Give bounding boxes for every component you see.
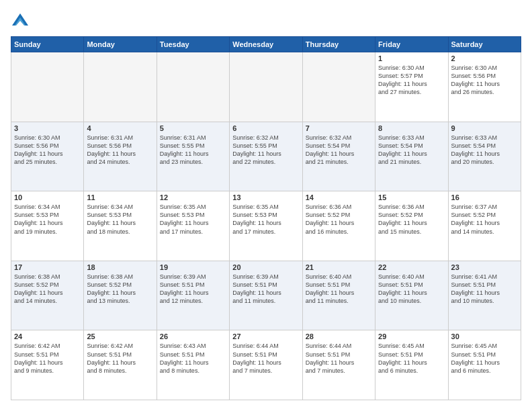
calendar-week-row-3: 10Sunrise: 6:34 AM Sunset: 5:53 PM Dayli…: [11, 191, 521, 261]
calendar-cell: 27Sunrise: 6:44 AM Sunset: 5:51 PM Dayli…: [230, 330, 302, 400]
calendar-cell: 24Sunrise: 6:42 AM Sunset: 5:51 PM Dayli…: [11, 330, 84, 400]
day-info: Sunrise: 6:43 AM Sunset: 5:51 PM Dayligh…: [160, 342, 226, 375]
day-info: Sunrise: 6:44 AM Sunset: 5:51 PM Dayligh…: [306, 342, 372, 375]
day-info: Sunrise: 6:39 AM Sunset: 5:51 PM Dayligh…: [160, 273, 226, 306]
logo: [11, 11, 32, 30]
page: SundayMondayTuesdayWednesdayThursdayFrid…: [0, 0, 532, 411]
day-info: Sunrise: 6:32 AM Sunset: 5:55 PM Dayligh…: [232, 134, 299, 167]
day-number: 29: [378, 332, 445, 340]
day-number: 10: [14, 193, 81, 201]
calendar-header-tuesday: Tuesday: [157, 37, 229, 52]
calendar-header-friday: Friday: [375, 37, 448, 52]
day-info: Sunrise: 6:34 AM Sunset: 5:53 PM Dayligh…: [87, 203, 153, 236]
day-number: 7: [306, 124, 372, 132]
day-number: 9: [451, 124, 518, 132]
day-number: 13: [232, 193, 299, 201]
calendar-cell: 21Sunrise: 6:40 AM Sunset: 5:51 PM Dayli…: [302, 261, 375, 330]
calendar-cell: 2Sunrise: 6:30 AM Sunset: 5:56 PM Daylig…: [448, 52, 521, 122]
calendar-header-monday: Monday: [84, 37, 157, 52]
calendar-cell: 13Sunrise: 6:35 AM Sunset: 5:53 PM Dayli…: [230, 191, 302, 261]
day-info: Sunrise: 6:41 AM Sunset: 5:51 PM Dayligh…: [451, 273, 518, 306]
calendar-cell: 10Sunrise: 6:34 AM Sunset: 5:53 PM Dayli…: [11, 191, 84, 261]
day-info: Sunrise: 6:44 AM Sunset: 5:51 PM Dayligh…: [232, 342, 299, 375]
day-number: 26: [160, 332, 226, 340]
day-number: 20: [232, 263, 299, 271]
day-number: 1: [378, 54, 445, 62]
day-number: 5: [160, 124, 226, 132]
calendar-cell: 9Sunrise: 6:33 AM Sunset: 5:54 PM Daylig…: [448, 122, 521, 191]
day-info: Sunrise: 6:40 AM Sunset: 5:51 PM Dayligh…: [306, 273, 372, 306]
day-number: 24: [14, 332, 81, 340]
calendar-week-row-5: 24Sunrise: 6:42 AM Sunset: 5:51 PM Dayli…: [11, 330, 521, 400]
calendar-cell: 19Sunrise: 6:39 AM Sunset: 5:51 PM Dayli…: [157, 261, 229, 330]
day-info: Sunrise: 6:33 AM Sunset: 5:54 PM Dayligh…: [451, 134, 518, 167]
day-info: Sunrise: 6:36 AM Sunset: 5:52 PM Dayligh…: [306, 203, 372, 236]
day-number: 23: [451, 263, 518, 271]
day-number: 21: [306, 263, 372, 271]
day-info: Sunrise: 6:33 AM Sunset: 5:54 PM Dayligh…: [378, 134, 445, 167]
calendar-cell: 8Sunrise: 6:33 AM Sunset: 5:54 PM Daylig…: [375, 122, 448, 191]
calendar-table: SundayMondayTuesdayWednesdayThursdayFrid…: [11, 36, 521, 400]
calendar-cell: 1Sunrise: 6:30 AM Sunset: 5:57 PM Daylig…: [375, 52, 448, 122]
calendar-cell: 14Sunrise: 6:36 AM Sunset: 5:52 PM Dayli…: [302, 191, 375, 261]
calendar-cell: 18Sunrise: 6:38 AM Sunset: 5:52 PM Dayli…: [84, 261, 157, 330]
calendar-cell: [157, 52, 229, 122]
day-info: Sunrise: 6:35 AM Sunset: 5:53 PM Dayligh…: [232, 203, 299, 236]
calendar-week-row-4: 17Sunrise: 6:38 AM Sunset: 5:52 PM Dayli…: [11, 261, 521, 330]
day-number: 22: [378, 263, 445, 271]
day-number: 16: [451, 193, 518, 201]
day-number: 3: [14, 124, 81, 132]
day-info: Sunrise: 6:38 AM Sunset: 5:52 PM Dayligh…: [87, 273, 153, 306]
header: [11, 11, 521, 30]
calendar-header-sunday: Sunday: [11, 37, 84, 52]
calendar-cell: 6Sunrise: 6:32 AM Sunset: 5:55 PM Daylig…: [230, 122, 302, 191]
day-info: Sunrise: 6:39 AM Sunset: 5:51 PM Dayligh…: [232, 273, 299, 306]
calendar-header-thursday: Thursday: [302, 37, 375, 52]
calendar-header-saturday: Saturday: [448, 37, 521, 52]
logo-icon: [11, 11, 30, 30]
calendar-cell: 17Sunrise: 6:38 AM Sunset: 5:52 PM Dayli…: [11, 261, 84, 330]
day-info: Sunrise: 6:42 AM Sunset: 5:51 PM Dayligh…: [14, 342, 81, 375]
day-number: 17: [14, 263, 81, 271]
day-info: Sunrise: 6:30 AM Sunset: 5:57 PM Dayligh…: [378, 64, 445, 97]
calendar-header-wednesday: Wednesday: [230, 37, 302, 52]
day-info: Sunrise: 6:37 AM Sunset: 5:52 PM Dayligh…: [451, 203, 518, 236]
day-number: 4: [87, 124, 153, 132]
calendar-header-row: SundayMondayTuesdayWednesdayThursdayFrid…: [11, 37, 521, 52]
calendar-cell: 4Sunrise: 6:31 AM Sunset: 5:56 PM Daylig…: [84, 122, 157, 191]
day-info: Sunrise: 6:34 AM Sunset: 5:53 PM Dayligh…: [14, 203, 81, 236]
calendar-cell: 20Sunrise: 6:39 AM Sunset: 5:51 PM Dayli…: [230, 261, 302, 330]
day-number: 14: [306, 193, 372, 201]
day-info: Sunrise: 6:45 AM Sunset: 5:51 PM Dayligh…: [378, 342, 445, 375]
day-info: Sunrise: 6:42 AM Sunset: 5:51 PM Dayligh…: [87, 342, 153, 375]
day-number: 2: [451, 54, 518, 62]
day-info: Sunrise: 6:45 AM Sunset: 5:51 PM Dayligh…: [451, 342, 518, 375]
day-info: Sunrise: 6:36 AM Sunset: 5:52 PM Dayligh…: [378, 203, 445, 236]
day-info: Sunrise: 6:30 AM Sunset: 5:56 PM Dayligh…: [451, 64, 518, 97]
day-number: 8: [378, 124, 445, 132]
calendar-week-row-2: 3Sunrise: 6:30 AM Sunset: 5:56 PM Daylig…: [11, 122, 521, 191]
day-number: 27: [232, 332, 299, 340]
day-info: Sunrise: 6:40 AM Sunset: 5:51 PM Dayligh…: [378, 273, 445, 306]
calendar-cell: [302, 52, 375, 122]
calendar-cell: 23Sunrise: 6:41 AM Sunset: 5:51 PM Dayli…: [448, 261, 521, 330]
calendar-cell: 22Sunrise: 6:40 AM Sunset: 5:51 PM Dayli…: [375, 261, 448, 330]
calendar-cell: 30Sunrise: 6:45 AM Sunset: 5:51 PM Dayli…: [448, 330, 521, 400]
day-number: 28: [306, 332, 372, 340]
calendar-cell: [230, 52, 302, 122]
calendar-cell: 5Sunrise: 6:31 AM Sunset: 5:55 PM Daylig…: [157, 122, 229, 191]
day-number: 18: [87, 263, 153, 271]
day-info: Sunrise: 6:35 AM Sunset: 5:53 PM Dayligh…: [160, 203, 226, 236]
day-info: Sunrise: 6:31 AM Sunset: 5:55 PM Dayligh…: [160, 134, 226, 167]
calendar-cell: [84, 52, 157, 122]
calendar-cell: [11, 52, 84, 122]
day-number: 11: [87, 193, 153, 201]
calendar-cell: 26Sunrise: 6:43 AM Sunset: 5:51 PM Dayli…: [157, 330, 229, 400]
calendar-cell: 25Sunrise: 6:42 AM Sunset: 5:51 PM Dayli…: [84, 330, 157, 400]
day-number: 19: [160, 263, 226, 271]
day-info: Sunrise: 6:38 AM Sunset: 5:52 PM Dayligh…: [14, 273, 81, 306]
day-info: Sunrise: 6:30 AM Sunset: 5:56 PM Dayligh…: [14, 134, 81, 167]
day-number: 12: [160, 193, 226, 201]
calendar-cell: 16Sunrise: 6:37 AM Sunset: 5:52 PM Dayli…: [448, 191, 521, 261]
day-number: 6: [232, 124, 299, 132]
